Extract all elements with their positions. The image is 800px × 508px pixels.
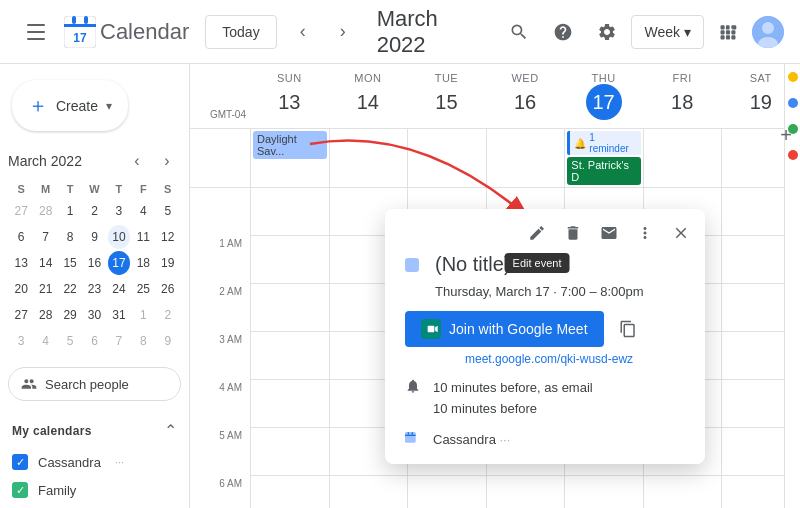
st-patricks-event[interactable]: St. Patrick's D [567, 157, 641, 185]
mini-cal-day[interactable]: 8 [132, 329, 154, 353]
my-calendars-header[interactable]: My calendars ⌃ [0, 413, 189, 448]
check-icon: ✓ [16, 456, 25, 469]
svg-point-6 [762, 22, 774, 34]
mini-cal-day[interactable]: 17 [108, 251, 130, 275]
add-event-button[interactable]: + [780, 124, 792, 147]
settings-button[interactable] [587, 12, 627, 52]
all-day-thu: 🔔 1 reminder St. Patrick's D [564, 129, 643, 187]
mini-cal-day[interactable]: 1 [59, 199, 81, 223]
cassandra-checkbox[interactable]: ✓ [12, 454, 28, 470]
calendar-reminders[interactable]: ✓ Reminders [0, 504, 189, 508]
mini-next-button[interactable]: › [153, 147, 181, 175]
daylight-event[interactable]: Daylight Sav... [253, 131, 327, 159]
mini-cal-day-m: M [34, 181, 56, 197]
right-dot-red [788, 150, 798, 160]
grid-col-sun[interactable] [250, 188, 329, 508]
reminder-badge[interactable]: 🔔 1 reminder [567, 131, 641, 155]
mini-cal-day[interactable]: 28 [34, 303, 56, 327]
mini-cal-day[interactable]: 5 [157, 199, 179, 223]
mini-cal-day[interactable]: 15 [59, 251, 81, 275]
mini-cal-day[interactable]: 10 [108, 225, 130, 249]
day-num-thu[interactable]: 17 [586, 84, 622, 120]
mini-cal-day[interactable]: 27 [10, 303, 32, 327]
mini-cal-day[interactable]: 5 [59, 329, 81, 353]
month-title: March 2022 [377, 6, 492, 58]
time-2am: 1 AM [190, 236, 250, 284]
day-num-sun[interactable]: 13 [271, 84, 307, 120]
day-num-mon[interactable]: 14 [350, 84, 386, 120]
mini-cal-day[interactable]: 9 [157, 329, 179, 353]
today-button[interactable]: Today [205, 15, 276, 49]
mini-cal-day[interactable]: 23 [83, 277, 105, 301]
mini-cal-day[interactable]: 21 [34, 277, 56, 301]
more-options-button[interactable] [629, 217, 661, 249]
mini-cal-day[interactable]: 18 [132, 251, 154, 275]
mini-cal-day[interactable]: 4 [132, 199, 154, 223]
search-people[interactable]: Search people [8, 367, 181, 401]
day-num-sat[interactable]: 19 [743, 84, 779, 120]
mini-cal-day[interactable]: 22 [59, 277, 81, 301]
mini-cal-day[interactable]: 11 [132, 225, 154, 249]
mini-cal-day[interactable]: 6 [83, 329, 105, 353]
mini-cal-day[interactable]: 3 [108, 199, 130, 223]
right-dot-blue [788, 98, 798, 108]
mini-cal-day[interactable]: 16 [83, 251, 105, 275]
mini-cal-day[interactable]: 2 [157, 303, 179, 327]
avatar-image [752, 16, 784, 48]
event-color-dot [405, 258, 419, 272]
delete-event-button[interactable] [557, 217, 589, 249]
mini-cal-day[interactable]: 26 [157, 277, 179, 301]
help-button[interactable] [543, 12, 583, 52]
meet-link[interactable]: meet.google.com/qki-wusd-ewz [465, 352, 633, 366]
mini-cal-day[interactable]: 1 [132, 303, 154, 327]
search-button[interactable] [499, 12, 539, 52]
mini-cal-day[interactable]: 24 [108, 277, 130, 301]
day-name-wed: WED [490, 72, 561, 84]
family-checkbox[interactable]: ✓ [12, 482, 28, 498]
mini-cal-day[interactable]: 27 [10, 199, 32, 223]
next-button[interactable]: › [325, 14, 361, 50]
mini-cal-day[interactable]: 12 [157, 225, 179, 249]
mini-cal-day[interactable]: 7 [34, 225, 56, 249]
prev-button[interactable]: ‹ [285, 14, 321, 50]
mini-cal-day[interactable]: 28 [34, 199, 56, 223]
day-num-tue[interactable]: 15 [428, 84, 464, 120]
mini-cal-day[interactable]: 8 [59, 225, 81, 249]
mini-prev-button[interactable]: ‹ [123, 147, 151, 175]
mini-cal-day[interactable]: 6 [10, 225, 32, 249]
day-num-fri[interactable]: 18 [664, 84, 700, 120]
mini-cal-day[interactable]: 7 [108, 329, 130, 353]
popup-meet-row: Join with Google Meet [405, 311, 685, 347]
apps-button[interactable] [708, 12, 748, 52]
family-label: Family [38, 483, 76, 498]
mini-cal-day-w: W [83, 181, 105, 197]
copy-meet-link-button[interactable] [612, 313, 644, 345]
week-dropdown[interactable]: Week ▾ [631, 15, 704, 49]
email-event-button[interactable] [593, 217, 625, 249]
mini-cal-day[interactable]: 14 [34, 251, 56, 275]
mini-cal-day[interactable]: 29 [59, 303, 81, 327]
svg-rect-2 [72, 16, 76, 24]
close-popup-button[interactable] [665, 217, 697, 249]
header-icons: Week ▾ [499, 12, 784, 52]
mini-cal-day[interactable]: 4 [34, 329, 56, 353]
svg-rect-3 [84, 16, 88, 24]
edit-event-button[interactable]: Edit event [521, 217, 553, 249]
mini-cal-day[interactable]: 2 [83, 199, 105, 223]
mini-cal-day[interactable]: 25 [132, 277, 154, 301]
day-num-wed[interactable]: 16 [507, 84, 543, 120]
calendar-family[interactable]: ✓ Family [0, 476, 189, 504]
join-meet-button[interactable]: Join with Google Meet [405, 311, 604, 347]
mini-cal-day[interactable]: 30 [83, 303, 105, 327]
mini-cal-day[interactable]: 13 [10, 251, 32, 275]
mini-cal-day[interactable]: 9 [83, 225, 105, 249]
mini-cal-day[interactable]: 31 [108, 303, 130, 327]
mini-cal-day[interactable]: 19 [157, 251, 179, 275]
edit-icon [528, 224, 546, 242]
mini-cal-day[interactable]: 3 [10, 329, 32, 353]
create-button[interactable]: ＋ Create ▾ [12, 80, 128, 131]
mini-cal-day[interactable]: 20 [10, 277, 32, 301]
hamburger-button[interactable] [16, 12, 56, 52]
avatar[interactable] [752, 16, 784, 48]
calendar-cassandra[interactable]: ✓ Cassandra ··· [0, 448, 189, 476]
